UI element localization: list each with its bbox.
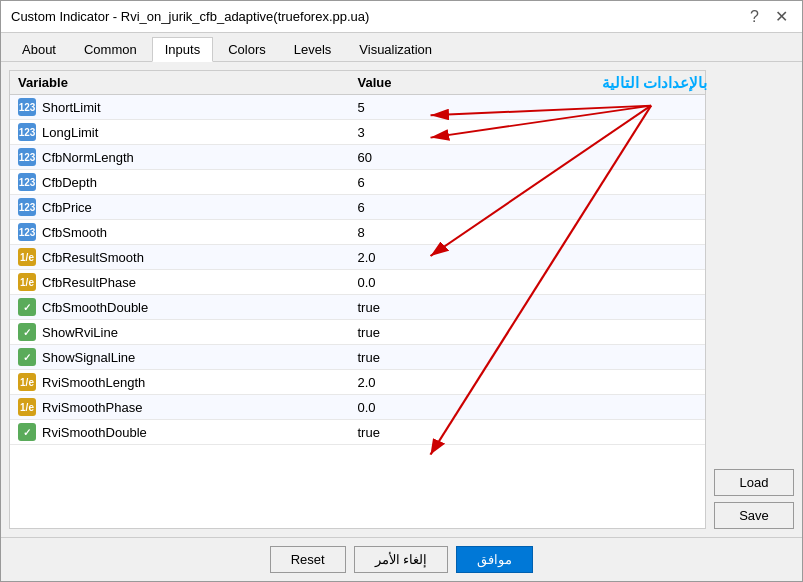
int-icon: 123 [18, 98, 36, 116]
table-row[interactable]: 123 CfbNormLength 60 [10, 145, 705, 170]
variable-value: true [358, 325, 698, 340]
bool-icon: ✓ [18, 298, 36, 316]
tab-inputs[interactable]: Inputs [152, 37, 213, 62]
table-header: Variable Value [10, 71, 705, 95]
variable-cell: ✓ RviSmoothDouble [18, 423, 358, 441]
title-bar: Custom Indicator - Rvi_on_jurik_cfb_adap… [1, 1, 802, 33]
int-icon: 123 [18, 198, 36, 216]
help-button[interactable]: ? [746, 8, 763, 26]
table-row[interactable]: 123 CfbSmooth 8 [10, 220, 705, 245]
table-row[interactable]: 123 CfbPrice 6 [10, 195, 705, 220]
int-icon: 123 [18, 223, 36, 241]
variable-cell: 1/e RviSmoothLength [18, 373, 358, 391]
save-button[interactable]: Save [714, 502, 794, 529]
variable-name: CfbDepth [42, 175, 97, 190]
table-row[interactable]: ✓ ShowSignalLine true [10, 345, 705, 370]
int-icon: 123 [18, 148, 36, 166]
variable-name: CfbNormLength [42, 150, 134, 165]
tab-levels[interactable]: Levels [281, 37, 345, 61]
load-button[interactable]: Load [714, 469, 794, 496]
variable-cell: 123 CfbNormLength [18, 148, 358, 166]
variable-value: 0.0 [358, 400, 698, 415]
bool-icon: ✓ [18, 323, 36, 341]
float-icon: 1/e [18, 373, 36, 391]
variable-value: true [358, 300, 698, 315]
table-row[interactable]: 1/e CfbResultSmooth 2.0 [10, 245, 705, 270]
variable-value: true [358, 425, 698, 440]
variable-name: CfbPrice [42, 200, 92, 215]
variable-value: 6 [358, 200, 698, 215]
variable-cell: 1/e CfbResultPhase [18, 273, 358, 291]
variable-name: CfbSmooth [42, 225, 107, 240]
variable-value: 8 [358, 225, 698, 240]
variable-name: LongLimit [42, 125, 98, 140]
variable-name: RviSmoothDouble [42, 425, 147, 440]
variable-cell: 123 CfbSmooth [18, 223, 358, 241]
table-row[interactable]: 123 LongLimit 3 [10, 120, 705, 145]
int-icon: 123 [18, 123, 36, 141]
variable-value: 60 [358, 150, 698, 165]
table-row[interactable]: 1/e RviSmoothPhase 0.0 [10, 395, 705, 420]
variable-cell: ✓ CfbSmoothDouble [18, 298, 358, 316]
main-window: Custom Indicator - Rvi_on_jurik_cfb_adap… [0, 0, 803, 582]
variable-name: ShowRviLine [42, 325, 118, 340]
ok-button[interactable]: موافق [456, 546, 533, 573]
variable-name: ShowSignalLine [42, 350, 135, 365]
variable-name: CfbSmoothDouble [42, 300, 148, 315]
variable-cell: 123 CfbPrice [18, 198, 358, 216]
footer: Reset إلغاء الأمر موافق [1, 537, 802, 581]
tab-bar: About Common Inputs Colors Levels Visual… [1, 33, 802, 62]
variable-cell: 123 LongLimit [18, 123, 358, 141]
table-row[interactable]: 123 CfbDepth 6 [10, 170, 705, 195]
variable-value: 2.0 [358, 375, 698, 390]
float-icon: 1/e [18, 248, 36, 266]
table-row[interactable]: 1/e RviSmoothLength 2.0 [10, 370, 705, 395]
variable-cell: 123 CfbDepth [18, 173, 358, 191]
bool-icon: ✓ [18, 348, 36, 366]
table-row[interactable]: 1/e CfbResultPhase 0.0 [10, 270, 705, 295]
float-icon: 1/e [18, 398, 36, 416]
table-row[interactable]: ✓ ShowRviLine true [10, 320, 705, 345]
table-row[interactable]: ✓ RviSmoothDouble true [10, 420, 705, 445]
title-bar-controls: ? ✕ [746, 7, 792, 26]
variable-cell: 1/e CfbResultSmooth [18, 248, 358, 266]
variable-name: ShortLimit [42, 100, 101, 115]
variable-name: RviSmoothLength [42, 375, 145, 390]
col-value-header: Value [358, 75, 698, 90]
bool-icon: ✓ [18, 423, 36, 441]
variable-cell: ✓ ShowSignalLine [18, 348, 358, 366]
variable-value: 3 [358, 125, 698, 140]
variable-value: 0.0 [358, 275, 698, 290]
reset-button[interactable]: Reset [270, 546, 346, 573]
variable-name: CfbResultPhase [42, 275, 136, 290]
variable-cell: 1/e RviSmoothPhase [18, 398, 358, 416]
tab-about[interactable]: About [9, 37, 69, 61]
variable-name: CfbResultSmooth [42, 250, 144, 265]
float-icon: 1/e [18, 273, 36, 291]
variables-table: Variable Value 123 ShortLimit 5 123 Long… [9, 70, 706, 529]
int-icon: 123 [18, 173, 36, 191]
content-area: Variable Value 123 ShortLimit 5 123 Long… [1, 62, 802, 537]
cancel-button[interactable]: إلغاء الأمر [354, 546, 449, 573]
variable-cell: 123 ShortLimit [18, 98, 358, 116]
variable-value: true [358, 350, 698, 365]
table-row[interactable]: 123 ShortLimit 5 [10, 95, 705, 120]
close-button[interactable]: ✕ [771, 7, 792, 26]
variable-cell: ✓ ShowRviLine [18, 323, 358, 341]
variable-value: 5 [358, 100, 698, 115]
table-row[interactable]: ✓ CfbSmoothDouble true [10, 295, 705, 320]
variable-value: 6 [358, 175, 698, 190]
variable-name: RviSmoothPhase [42, 400, 142, 415]
tab-visualization[interactable]: Visualization [346, 37, 445, 61]
tab-colors[interactable]: Colors [215, 37, 279, 61]
window-title: Custom Indicator - Rvi_on_jurik_cfb_adap… [11, 9, 369, 24]
tab-common[interactable]: Common [71, 37, 150, 61]
side-buttons: Load Save [714, 70, 794, 529]
variable-value: 2.0 [358, 250, 698, 265]
table-body: 123 ShortLimit 5 123 LongLimit 3 1 [10, 95, 705, 528]
col-variable-header: Variable [18, 75, 358, 90]
